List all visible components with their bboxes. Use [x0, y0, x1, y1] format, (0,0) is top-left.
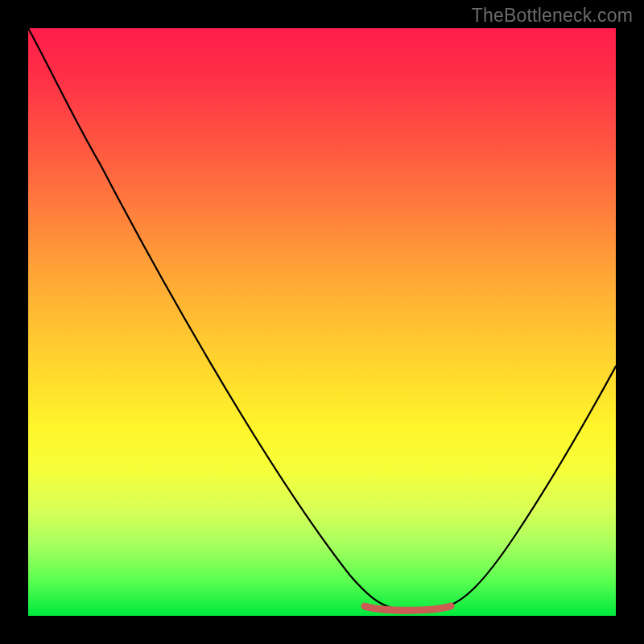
plot-area: [28, 28, 616, 616]
watermark-text: TheBottleneck.com: [472, 5, 633, 27]
optimal-range-marker: [365, 606, 451, 610]
curve-svg: [28, 28, 616, 616]
bottleneck-curve: [28, 28, 616, 610]
chart-frame: TheBottleneck.com: [0, 0, 644, 644]
